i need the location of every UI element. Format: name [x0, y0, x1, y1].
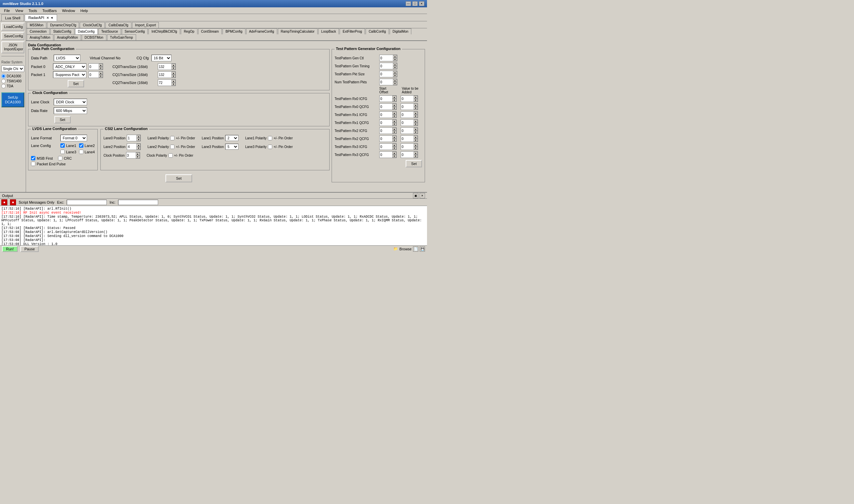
pause-button[interactable]: Pause: [20, 246, 39, 252]
tp-ctl-up[interactable]: ▲: [393, 55, 397, 58]
tp-set-button[interactable]: Set: [406, 160, 422, 167]
tp-rx-value-spinner-6[interactable]: ▲ ▼: [401, 143, 418, 150]
tp-rx-value-down-2[interactable]: ▼: [414, 115, 418, 118]
cq1-spinner-down[interactable]: ▼: [172, 75, 175, 78]
radio-dca1000[interactable]: DCA1000: [1, 74, 24, 78]
tp-rx-start-spinner-3[interactable]: ▲ ▼: [379, 119, 397, 126]
nav-regop[interactable]: RegOp: [181, 28, 197, 34]
tp-rx-start-down-5[interactable]: ▼: [392, 139, 396, 142]
close-button[interactable]: ✕: [419, 1, 424, 6]
tp-rx-value-up-1[interactable]: ▲: [414, 104, 418, 107]
tp-rx-start-down-3[interactable]: ▼: [392, 123, 396, 126]
tp-rx-start-up-7[interactable]: ▲: [392, 152, 396, 155]
nav-dynamicchirpcfg[interactable]: DynamicChirpCfg: [47, 22, 79, 28]
packet0-select[interactable]: ADC_ONLY: [53, 63, 86, 70]
tp-rx-value-spinner-0[interactable]: ▲ ▼: [401, 95, 418, 102]
tp-rx-start-up-3[interactable]: ▲: [392, 120, 396, 123]
tp-rx-start-spinner-0[interactable]: ▲ ▼: [379, 95, 397, 102]
nav-extfilterprog[interactable]: ExtFilterProg: [339, 28, 365, 34]
tp-rx-value-spinner-3[interactable]: ▲ ▼: [401, 119, 418, 126]
nav-clockoutcfg[interactable]: ClockOutCfg: [80, 22, 105, 28]
maximize-button[interactable]: □: [412, 1, 418, 6]
tab-lua-shell[interactable]: Lua Shell: [1, 14, 24, 21]
tp-rx-start-up-4[interactable]: ▲: [392, 128, 396, 131]
menu-tools[interactable]: Tools: [26, 8, 40, 13]
lane1-polarity-checkbox-label[interactable]: [268, 136, 272, 140]
tp-rx-start-up-5[interactable]: ▲: [392, 136, 396, 139]
tp-ctl-spinner[interactable]: ▲ ▼: [379, 55, 397, 61]
tp-rx-value-up-5[interactable]: ▲: [414, 136, 418, 139]
tp-timing-up[interactable]: ▲: [393, 63, 397, 66]
lane0-polarity-checkbox-label[interactable]: [170, 136, 174, 140]
tp-rx-start-down-6[interactable]: ▼: [392, 147, 396, 150]
nav-testsource[interactable]: TestSource: [99, 28, 121, 34]
radar-system-select[interactable]: Single Chi: [1, 65, 24, 72]
nav-connection[interactable]: Connection: [27, 28, 50, 34]
lane3-checkbox[interactable]: [60, 150, 65, 154]
lane2-polarity-checkbox[interactable]: [170, 145, 174, 149]
lane0-pos-down[interactable]: ▼: [136, 138, 140, 141]
cq0-spinner-down[interactable]: ▼: [172, 67, 175, 70]
menu-view[interactable]: View: [13, 8, 26, 13]
nav-analogtxmon[interactable]: AnalogTxMon: [27, 34, 53, 40]
clock-set-button[interactable]: Set: [54, 116, 71, 123]
packet0-spinner-up[interactable]: ▲: [99, 64, 103, 67]
lane2-pos-up[interactable]: ▲: [136, 144, 140, 147]
tp-timing-down[interactable]: ▼: [393, 66, 397, 69]
tp-numpkts-spinner[interactable]: ▲ ▼: [379, 79, 397, 85]
tp-rx-value-up-7[interactable]: ▲: [414, 152, 418, 155]
tp-rx-value-spinner-1[interactable]: ▲ ▼: [401, 103, 418, 110]
tab-pin-icon[interactable]: ◄: [50, 16, 53, 19]
tp-rx-start-down-1[interactable]: ▼: [392, 107, 396, 110]
nav-analogrxmon[interactable]: AnalogRxMon: [54, 34, 81, 40]
packet-end-pulse-checkbox-label[interactable]: Packet End Pulse: [31, 162, 95, 166]
exc-input[interactable]: [67, 200, 107, 205]
lane4-checkbox-label[interactable]: Lane4: [79, 150, 95, 154]
tp-rx-value-down-5[interactable]: ▼: [414, 139, 418, 142]
tp-rx-value-up-6[interactable]: ▲: [414, 144, 418, 147]
tp-rx-value-down-0[interactable]: ▼: [414, 99, 418, 102]
tp-rx-start-spinner-7[interactable]: ▲ ▼: [379, 151, 397, 158]
inc-input[interactable]: [118, 200, 158, 205]
lane2-checkbox[interactable]: [79, 143, 83, 148]
msb-first-checkbox[interactable]: [31, 156, 35, 160]
browse-icon2[interactable]: 💾: [420, 246, 425, 252]
nav-calibdatacfg[interactable]: CalibDataCfg: [105, 22, 131, 28]
run-button[interactable]: Run!: [2, 246, 18, 252]
tp-rx-start-up-1[interactable]: ▲: [392, 104, 396, 107]
tp-numpkts-up[interactable]: ▲: [393, 79, 397, 82]
packet1-spinner[interactable]: ▲ ▼: [88, 71, 103, 78]
menu-help[interactable]: Help: [78, 8, 91, 13]
output-dock-icon[interactable]: ▣: [413, 193, 418, 198]
lane0-position-spinner[interactable]: ▲ ▼: [127, 135, 141, 141]
nav-advframeconfig[interactable]: AdvFrameConfig: [246, 28, 277, 34]
cq2-spinner-down[interactable]: ▼: [172, 83, 175, 86]
tp-rx-start-spinner-5[interactable]: ▲ ▼: [379, 135, 397, 142]
packet1-select[interactable]: Suppress Pact: [53, 71, 86, 78]
lane2-pos-down[interactable]: ▼: [136, 147, 140, 150]
tp-rx-start-down-7[interactable]: ▼: [392, 155, 396, 158]
lane0-pos-up[interactable]: ▲: [136, 135, 140, 138]
lane4-checkbox[interactable]: [79, 150, 83, 154]
tp-numpkts-down[interactable]: ▼: [393, 82, 397, 85]
nav-intchirpblk[interactable]: IntChirpBlkCtlCfg: [149, 28, 180, 34]
lane3-position-select[interactable]: 5: [225, 144, 239, 150]
nav-sensorconfig[interactable]: SensorConfig: [122, 28, 148, 34]
output-clear-icon[interactable]: ■: [1, 199, 7, 205]
tp-rx-start-up-0[interactable]: ▲: [392, 96, 396, 99]
setup-dca1000-button[interactable]: SetUp DCA1000: [1, 92, 24, 107]
json-import-export-button[interactable]: JSON Import/Expor: [1, 41, 24, 53]
tp-rx-value-down-4[interactable]: ▼: [414, 131, 418, 134]
nav-bpmconfig[interactable]: BPMConfig: [223, 28, 245, 34]
tp-rx-value-down-3[interactable]: ▼: [414, 123, 418, 126]
lane-clock-select[interactable]: DDR Clock: [54, 99, 87, 105]
load-config-button[interactable]: LoadConfig: [1, 23, 24, 31]
lane3-checkbox-label[interactable]: Lane3: [60, 150, 76, 154]
cq1-spinner-up[interactable]: ▲: [172, 72, 175, 75]
tp-pktsize-up[interactable]: ▲: [393, 71, 397, 74]
main-set-button[interactable]: Set: [165, 174, 192, 182]
nav-loopback[interactable]: LoopBack: [318, 28, 339, 34]
tp-rx-start-down-0[interactable]: ▼: [392, 99, 396, 102]
tp-rx-value-down-6[interactable]: ▼: [414, 147, 418, 150]
nav-mssmon[interactable]: MSSMon: [27, 22, 46, 28]
